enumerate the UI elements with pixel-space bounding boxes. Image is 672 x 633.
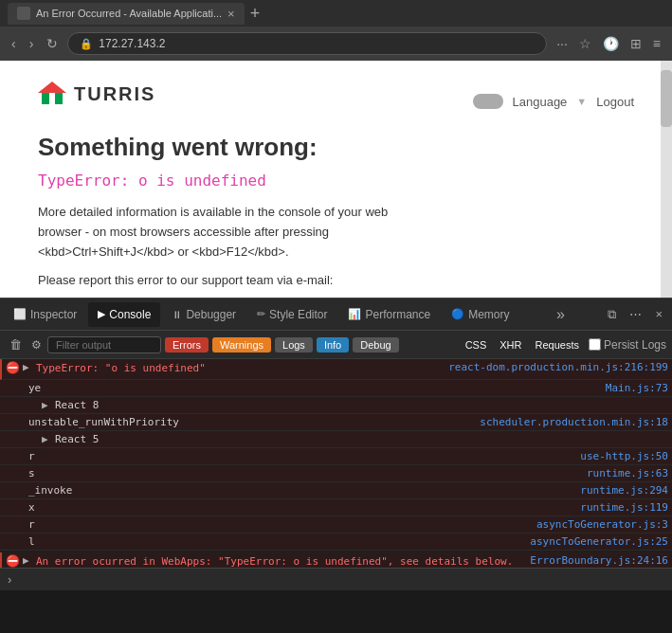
- devtools-tab-bar: ⬜ Inspector ▶ Console ⏸ Debugger ✏ Style…: [0, 298, 672, 331]
- console-entry-child-l: l asyncToGenerator.js:25: [0, 534, 672, 551]
- error-message-1: TypeError: "o is undefined": [36, 361, 439, 377]
- persist-logs-checkbox[interactable]: [589, 338, 601, 351]
- tab-console[interactable]: ▶ Console: [88, 302, 160, 327]
- overflow-button[interactable]: ⋯: [624, 303, 647, 326]
- expand-arrow-2[interactable]: ▶: [23, 554, 36, 567]
- console-icon: ▶: [98, 308, 105, 320]
- new-tab-button[interactable]: +: [250, 4, 261, 24]
- browser-toolbar: ‹ › ↻ 🔒 172.27.143.2 ··· ☆ 🕐 ⊞ ≡: [0, 27, 672, 61]
- refresh-button[interactable]: ↻: [43, 32, 62, 55]
- browser-tab[interactable]: An Error Occurred - Available Applicati.…: [8, 3, 245, 25]
- console-entry-child-invoke: _invoke runtime.js:294: [0, 482, 672, 499]
- more-tabs-button[interactable]: »: [551, 302, 571, 327]
- close-devtools-button[interactable]: ×: [649, 303, 668, 326]
- stack-file-invoke[interactable]: runtime.js:294: [580, 484, 668, 497]
- history-icon[interactable]: 🕐: [599, 32, 623, 55]
- forward-button[interactable]: ›: [26, 32, 38, 55]
- react-label-1: React 8: [55, 399, 99, 411]
- clear-console-button[interactable]: 🗑: [6, 335, 26, 353]
- devtools-actions: ⧉ ⋯ ×: [602, 303, 668, 326]
- tab-debugger-label: Debugger: [186, 308, 236, 321]
- turris-logo-text: TURRIS: [74, 83, 155, 105]
- react-expand-1[interactable]: ▶: [42, 399, 55, 411]
- browser-titlebar: An Error Occurred - Available Applicati.…: [0, 0, 672, 27]
- stack-file-x[interactable]: runtime.js:119: [580, 501, 668, 514]
- stack-file-ye[interactable]: Main.js:73: [606, 382, 668, 394]
- xhr-filter-button[interactable]: XHR: [496, 337, 525, 353]
- requests-filter-button[interactable]: Requests: [531, 337, 582, 353]
- page-header-controls: Language ▼ Logout: [473, 94, 635, 109]
- tab-performance[interactable]: 📊 Performance: [338, 302, 440, 327]
- tab-debugger[interactable]: ⏸ Debugger: [162, 302, 245, 327]
- tab-close-button[interactable]: ×: [227, 7, 235, 21]
- error-file-2[interactable]: ErrorBoundary.js:24:16: [520, 554, 668, 567]
- devtools-panel: ⬜ Inspector ▶ Console ⏸ Debugger ✏ Style…: [0, 298, 672, 590]
- lock-icon: 🔒: [80, 38, 93, 50]
- menu-icon[interactable]: ≡: [649, 32, 664, 55]
- console-entry-error-1: ⛔ ▶ TypeError: "o is undefined" react-do…: [0, 359, 672, 380]
- filter-errors-button[interactable]: Errors: [165, 337, 209, 353]
- error-message-2: An error ocurred in WebApps: "TypeError:…: [36, 554, 520, 569]
- error-support-text: Please report this error to our support …: [38, 271, 634, 291]
- filter-info-button[interactable]: Info: [317, 337, 349, 353]
- filter-debug-button[interactable]: Debug: [353, 337, 398, 353]
- stack-file-unstable[interactable]: scheduler.production.min.js:18: [480, 416, 668, 428]
- stack-frame-ye: ye Main.js:73: [28, 382, 668, 394]
- address-bar[interactable]: 🔒 172.27.143.2: [67, 32, 547, 55]
- scrollbar-thumb[interactable]: [661, 70, 672, 127]
- stack-file-r1[interactable]: use-http.js:50: [580, 450, 668, 462]
- error-icon-2: ⛔: [6, 554, 21, 568]
- stack-frame-unstable: unstable_runWithPriority scheduler.produ…: [28, 416, 668, 428]
- persist-logs-label[interactable]: Persist Logs: [589, 338, 666, 352]
- error-description: More detailed information is available i…: [38, 203, 634, 262]
- turris-logo: TURRIS: [38, 80, 155, 108]
- overflow-menu-icon[interactable]: ···: [553, 32, 572, 55]
- tab-title: An Error Occurred - Available Applicati.…: [36, 8, 222, 19]
- debugger-icon: ⏸: [172, 309, 182, 320]
- stack-file-l[interactable]: asyncToGenerator.js:25: [530, 535, 668, 548]
- logout-button[interactable]: Logout: [596, 95, 634, 109]
- console-entry-child-r1: r use-http.js:50: [0, 448, 672, 465]
- toolbar-right: ··· ☆ 🕐 ⊞ ≡: [553, 32, 664, 55]
- svg-marker-1: [38, 81, 66, 93]
- bookmark-icon[interactable]: ☆: [575, 32, 595, 55]
- tab-console-label: Console: [109, 308, 151, 321]
- language-button[interactable]: Language: [513, 95, 568, 109]
- filter-warnings-button[interactable]: Warnings: [212, 337, 271, 353]
- filter-logs-button[interactable]: Logs: [275, 337, 313, 353]
- console-content: ⛔ ▶ TypeError: "o is undefined" react-do…: [0, 359, 672, 568]
- inspector-icon: ⬜: [13, 308, 27, 320]
- language-arrow: ▼: [576, 96, 587, 107]
- css-filter-button[interactable]: CSS: [462, 337, 491, 353]
- bottom-expand-button[interactable]: ›: [8, 572, 11, 587]
- back-button[interactable]: ‹: [8, 32, 20, 55]
- address-text: 172.27.143.2: [99, 37, 165, 50]
- filter-input[interactable]: [47, 336, 161, 353]
- error-file-1[interactable]: react-dom.production.min.js:216:199: [439, 361, 668, 373]
- tab-style-editor-label: Style Editor: [269, 308, 327, 321]
- layout-icon[interactable]: ⊞: [627, 32, 645, 55]
- tab-style-editor[interactable]: ✏ Style Editor: [247, 302, 336, 327]
- tab-inspector-label: Inspector: [30, 308, 77, 321]
- console-entry-child-unstable: unstable_runWithPriority scheduler.produ…: [0, 414, 672, 431]
- language-toggle[interactable]: [473, 94, 503, 109]
- turris-logo-icon: [38, 80, 66, 108]
- style-editor-icon: ✏: [257, 308, 265, 320]
- stack-file-s[interactable]: runtime.js:63: [587, 467, 668, 479]
- console-entry-child-ye: ye Main.js:73: [0, 380, 672, 397]
- svg-rect-0: [42, 93, 49, 104]
- tab-inspector[interactable]: ⬜ Inspector: [4, 302, 86, 327]
- expand-arrow-1[interactable]: ▶: [23, 361, 36, 373]
- dock-button[interactable]: ⧉: [602, 303, 622, 326]
- scrollbar[interactable]: [661, 61, 672, 298]
- stack-file-r2[interactable]: asyncToGenerator.js:3: [536, 518, 668, 531]
- react-expand-2[interactable]: ▶: [42, 433, 55, 445]
- tab-memory[interactable]: 🔵 Memory: [442, 302, 518, 327]
- react-label-2: React 5: [55, 433, 99, 445]
- console-entry-error-2: ⛔ ▶ An error ocurred in WebApps: "TypeEr…: [0, 552, 672, 569]
- console-entry-child-s: s runtime.js:63: [0, 465, 672, 482]
- memory-icon: 🔵: [451, 308, 464, 320]
- console-entry-child-react2: ▶ React 5: [0, 431, 672, 448]
- console-entry-child-r2: r asyncToGenerator.js:3: [0, 516, 672, 534]
- filter-icon: ⚙: [31, 338, 42, 352]
